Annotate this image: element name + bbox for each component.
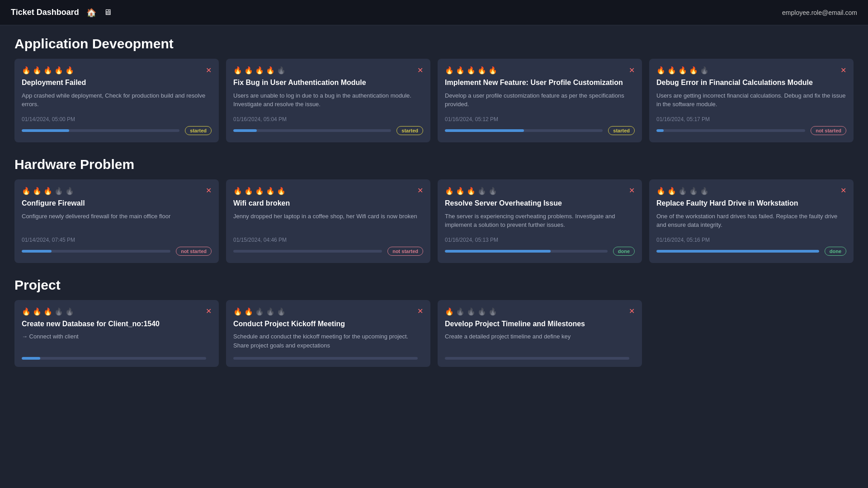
flame-icon: 🔥: [255, 187, 264, 195]
ticket-card: 🔥🔥🔥🔥🔥✕Deployment FailedApp crashed while…: [14, 59, 219, 142]
priority-icons: 🔥🔥🔥🔥🔥: [445, 66, 497, 75]
flame-icon: 🔥: [244, 187, 253, 195]
flame-icon: 🔥: [277, 187, 286, 195]
card-description: → Connect with client: [22, 332, 212, 350]
ticket-card: 🔥🔥🔥🔥🔥✕Implement New Feature: User Profil…: [438, 59, 642, 142]
card-date: 01/16/2024, 05:17 PM: [656, 116, 846, 122]
ticket-card: 🔥🔥🔥🔥🔥✕Wifi card brokenJenny dropped her …: [226, 179, 430, 263]
flame-icon: 🔥: [33, 307, 42, 316]
close-card-button[interactable]: ✕: [629, 67, 635, 74]
status-badge: started: [396, 126, 423, 135]
card-header: 🔥🔥🔥🔥🔥✕: [656, 187, 846, 195]
flame-icon: 🔥: [700, 187, 709, 195]
progress-bar-container: [233, 357, 418, 360]
close-card-button[interactable]: ✕: [417, 308, 423, 315]
flame-icon: 🔥: [43, 187, 52, 195]
close-card-button[interactable]: ✕: [840, 187, 846, 194]
close-card-button[interactable]: ✕: [206, 187, 212, 194]
flame-icon: 🔥: [678, 187, 687, 195]
close-card-button[interactable]: ✕: [417, 187, 423, 194]
card-header: 🔥🔥🔥🔥🔥✕: [233, 66, 423, 75]
card-bottom: not started: [233, 247, 423, 256]
flame-icon: 🔥: [456, 66, 465, 75]
card-footer: [445, 357, 635, 360]
section-title-app-dev: Application Deveopment: [14, 36, 854, 52]
flame-icon: 🔥: [656, 187, 665, 195]
monitor-icon[interactable]: 🖥: [104, 8, 112, 17]
card-description: Jenny dropped her laptop in a coffee sho…: [233, 212, 423, 230]
progress-bar-container: [233, 250, 382, 253]
card-footer: 01/16/2024, 05:16 PMdone: [656, 237, 846, 256]
card-date: 01/15/2024, 04:46 PM: [233, 237, 423, 243]
flame-icon: 🔥: [700, 66, 709, 75]
card-footer: 01/16/2024, 05:13 PMdone: [445, 237, 635, 256]
card-description: Schedule and conduct the kickoff meeting…: [233, 332, 423, 350]
card-bottom: done: [656, 247, 846, 256]
card-description: Create a detailed project timeline and d…: [445, 332, 635, 350]
progress-bar-container: [445, 250, 608, 253]
section-app-dev: Application Deveopment🔥🔥🔥🔥🔥✕Deployment F…: [14, 36, 854, 142]
ticket-card: 🔥🔥🔥🔥🔥✕Configure FirewallConfigure newly …: [14, 179, 219, 263]
close-card-button[interactable]: ✕: [629, 187, 635, 194]
user-email: employee.role@email.com: [782, 9, 857, 16]
card-title: Configure Firewall: [22, 199, 212, 208]
flame-icon: 🔥: [277, 307, 286, 316]
card-bottom: [445, 357, 635, 360]
status-badge: done: [825, 247, 846, 256]
home-icon[interactable]: 🏠: [86, 8, 96, 18]
card-description: Develop a user profile customization fea…: [445, 91, 635, 109]
card-date: 01/16/2024, 05:04 PM: [233, 116, 423, 122]
flame-icon: 🔥: [445, 307, 454, 316]
ticket-card: 🔥🔥🔥🔥🔥✕Debug Error in Financial Calculati…: [649, 59, 854, 142]
priority-icons: 🔥🔥🔥🔥🔥: [656, 66, 709, 75]
close-card-button[interactable]: ✕: [206, 67, 212, 74]
card-description: One of the workstation hard drives has f…: [656, 212, 846, 230]
priority-icons: 🔥🔥🔥🔥🔥: [22, 66, 74, 75]
flame-icon: 🔥: [65, 187, 74, 195]
flame-icon: 🔥: [65, 66, 74, 75]
card-footer: [233, 357, 423, 360]
card-header: 🔥🔥🔥🔥🔥✕: [445, 66, 635, 75]
card-description: App crashed while deployment, Check for …: [22, 91, 212, 109]
card-header: 🔥🔥🔥🔥🔥✕: [656, 66, 846, 75]
card-header: 🔥🔥🔥🔥🔥✕: [22, 187, 212, 195]
card-header: 🔥🔥🔥🔥🔥✕: [233, 307, 423, 316]
card-date: 01/16/2024, 05:13 PM: [445, 237, 635, 243]
close-card-button[interactable]: ✕: [206, 308, 212, 315]
card-bottom: started: [22, 126, 212, 135]
flame-icon: 🔥: [277, 66, 286, 75]
card-footer: 01/16/2024, 05:12 PMstarted: [445, 116, 635, 135]
flame-icon: 🔥: [488, 307, 497, 316]
card-title: Replace Faulty Hard Drive in Workstation: [656, 199, 846, 208]
progress-bar: [656, 250, 819, 253]
priority-icons: 🔥🔥🔥🔥🔥: [445, 187, 497, 195]
card-date: 01/16/2024, 05:16 PM: [656, 237, 846, 243]
card-title: Wifi card broken: [233, 199, 423, 208]
card-title: Conduct Project Kickoff Meeting: [233, 319, 423, 329]
progress-bar-container: [656, 250, 819, 253]
flame-icon: 🔥: [477, 187, 486, 195]
card-title: Debug Error in Financial Calculations Mo…: [656, 78, 846, 88]
progress-bar-container: [22, 250, 170, 253]
card-header: 🔥🔥🔥🔥🔥✕: [22, 307, 212, 316]
close-card-button[interactable]: ✕: [629, 308, 635, 315]
progress-bar-container: [656, 129, 805, 132]
cards-grid-app-dev: 🔥🔥🔥🔥🔥✕Deployment FailedApp crashed while…: [14, 59, 854, 142]
ticket-card: 🔥🔥🔥🔥🔥✕Develop Project Timeline and Miles…: [438, 300, 642, 367]
status-badge: started: [608, 126, 635, 135]
flame-icon: 🔥: [22, 307, 31, 316]
card-footer: 01/15/2024, 04:46 PMnot started: [233, 237, 423, 256]
close-card-button[interactable]: ✕: [417, 67, 423, 74]
card-footer: 01/14/2024, 07:45 PMnot started: [22, 237, 212, 256]
card-title: Fix Bug in User Authentication Module: [233, 78, 423, 88]
card-bottom: not started: [656, 126, 846, 135]
flame-icon: 🔥: [43, 307, 52, 316]
card-description: Users are unable to log in due to a bug …: [233, 91, 423, 109]
card-date: 01/14/2024, 05:00 PM: [22, 116, 212, 122]
flame-icon: 🔥: [445, 187, 454, 195]
close-card-button[interactable]: ✕: [840, 67, 846, 74]
flame-icon: 🔥: [43, 66, 52, 75]
flame-icon: 🔥: [54, 66, 63, 75]
flame-icon: 🔥: [667, 187, 676, 195]
card-header: 🔥🔥🔥🔥🔥✕: [445, 307, 635, 316]
